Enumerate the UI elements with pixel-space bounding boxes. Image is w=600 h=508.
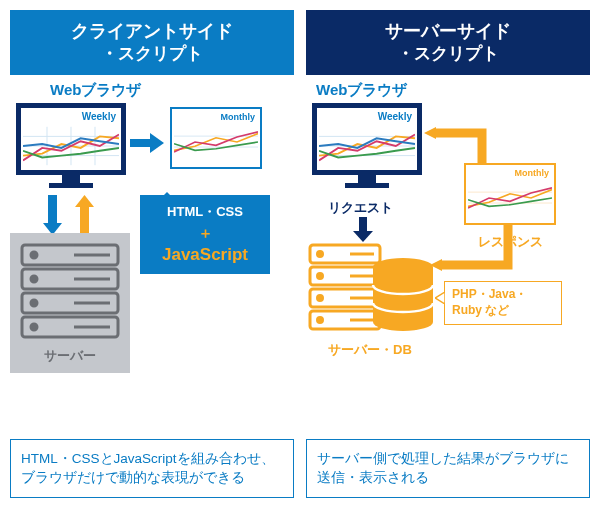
chart-label-monthly: Monthly <box>174 111 258 123</box>
server-db-icon <box>308 243 438 343</box>
svg-marker-49 <box>435 292 445 304</box>
client-header: クライアントサイド ・スクリプト <box>10 10 294 75</box>
svg-rect-10 <box>48 195 57 223</box>
svg-point-24 <box>31 324 37 330</box>
svg-marker-33 <box>353 231 373 242</box>
request-label: リクエスト <box>328 199 393 217</box>
svg-marker-7 <box>150 133 164 153</box>
client-side-panel: クライアントサイド ・スクリプト Webブラウザ Weekly <box>10 10 294 498</box>
svg-point-18 <box>31 276 37 282</box>
svg-point-39 <box>318 274 323 279</box>
server-db-label: サーバー・DB <box>328 341 412 359</box>
exchange-arrows-icon <box>40 195 100 237</box>
svg-point-36 <box>318 252 323 257</box>
client-title-2: ・スクリプト <box>18 43 286 65</box>
server-title-2: ・スクリプト <box>314 43 582 65</box>
callout-htmlcss: HTML・CSS <box>167 204 243 219</box>
arrow-down-icon <box>352 217 374 243</box>
arrow-right-icon <box>130 131 166 155</box>
svg-rect-32 <box>359 217 367 231</box>
server-title-1: サーバーサイド <box>385 21 511 41</box>
browser-monitor-main-r: Weekly <box>312 103 422 188</box>
callout-pointer-icon <box>435 292 445 304</box>
chart-label-weekly: Weekly <box>23 110 119 123</box>
server-footer: サーバー側で処理した結果がブラウザに送信・表示される <box>306 439 590 498</box>
svg-marker-29 <box>424 127 436 139</box>
server-side-panel: サーバーサイド ・スクリプト Webブラウザ Weekly <box>306 10 590 498</box>
svg-marker-13 <box>75 195 94 207</box>
server-header: サーバーサイド ・スクリプト <box>306 10 590 75</box>
chart-label-weekly-r: Weekly <box>319 110 415 123</box>
server-db-group <box>308 243 438 347</box>
svg-point-15 <box>31 252 37 258</box>
callout-plus: ＋ <box>150 222 260 243</box>
tech-callout: HTML・CSS ＋ JavaScript <box>140 195 270 274</box>
server-content: Weekly Monthly <box>306 103 590 438</box>
lang-callout: PHP・Java・Ruby など <box>444 281 562 324</box>
line-chart-icon <box>23 123 119 169</box>
callout-js: JavaScript <box>150 243 260 267</box>
browser-label-right: Webブラウザ <box>306 81 590 100</box>
browser-monitor-result: Monthly <box>170 107 262 169</box>
server-box: サーバー <box>10 233 130 373</box>
lang-text: PHP・Java・Ruby など <box>452 287 527 317</box>
client-footer: HTML・CSSとJavaScriptを組み合わせ、ブラウザだけで動的な表現がで… <box>10 439 294 498</box>
svg-point-21 <box>31 300 37 306</box>
client-title-1: クライアントサイド <box>71 21 233 41</box>
client-content: Weekly Monthly <box>10 103 294 438</box>
svg-rect-12 <box>80 207 89 235</box>
server-label: サーバー <box>18 347 122 365</box>
chart-label-monthly-r: Monthly <box>468 167 552 179</box>
line-chart-icon <box>174 123 258 161</box>
line-chart-icon <box>319 123 415 169</box>
browser-monitor-main: Weekly <box>16 103 126 188</box>
svg-point-42 <box>318 296 323 301</box>
svg-rect-6 <box>130 139 150 147</box>
browser-monitor-result-r: Monthly <box>464 163 556 225</box>
line-chart-icon <box>468 179 552 217</box>
browser-label-left: Webブラウザ <box>10 81 294 100</box>
svg-point-45 <box>318 318 323 323</box>
server-icon <box>18 241 122 341</box>
